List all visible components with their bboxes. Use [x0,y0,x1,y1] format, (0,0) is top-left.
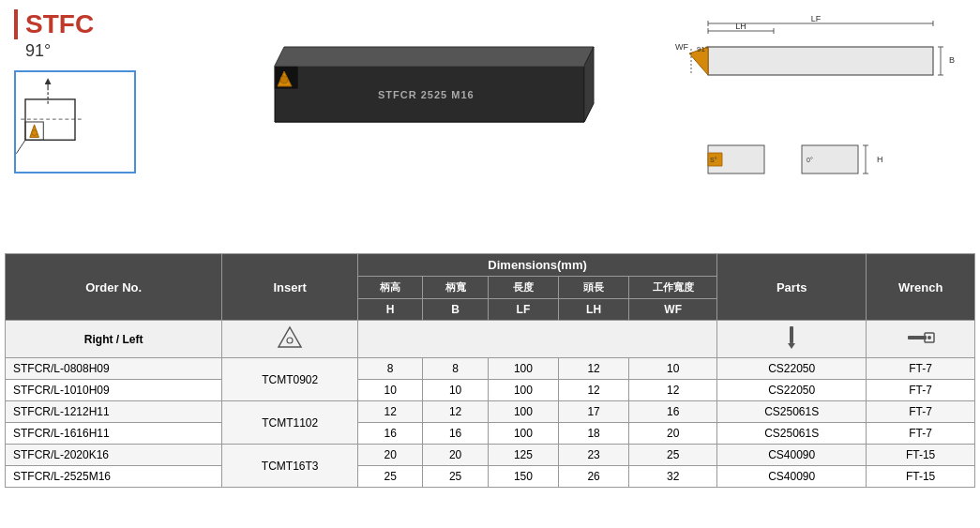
table-row-wf-1: 12 [629,380,717,401]
table-row-wf-5: 32 [629,466,717,488]
table-row-parts-2: CS25061S [717,401,867,423]
table-row-wf-0: 10 [629,358,717,380]
col-label-b: B [423,299,488,321]
table-row-lh-2: 17 [558,401,628,423]
table-row-parts-4: CS40090 [717,445,867,466]
svg-line-7 [16,140,25,153]
col-label-lf: LF [488,299,558,321]
svg-text:WF: WF [675,42,688,52]
table-row-parts-3: CS25061S [717,423,867,445]
table-row-wrench-5: FT-15 [867,466,975,488]
svg-point-14 [280,76,288,83]
table-row-lh-0: 12 [558,358,628,380]
table-row-lh-4: 23 [558,445,628,466]
table-row-h-4: 20 [357,445,422,466]
table-row-h-2: 12 [357,401,422,423]
table-row-wrench-3: FT-7 [867,423,975,445]
svg-text:LF: LF [811,14,822,23]
side-diagram [14,70,136,173]
tool-image-panel: STFCR 2525 M16 [202,9,647,159]
table-row-wrench-0: FT-7 [867,358,975,380]
product-angle: 91° [14,41,202,61]
svg-text:S°: S° [710,157,717,163]
table-row-lf-1: 100 [488,380,558,401]
col-header-order: Order No. [6,254,222,321]
dimensions-table-wrapper: Order No. Insert Dimensions(mm) Parts Wr… [0,253,980,492]
subheader-lh: 頭長 [558,277,628,299]
dimensions-table: Order No. Insert Dimensions(mm) Parts Wr… [5,253,975,488]
table-row-h-5: 25 [357,466,422,488]
svg-text:STFCR 2525 M16: STFCR 2525 M16 [378,89,475,100]
table-row-lf-0: 100 [488,358,558,380]
col-header-dimensions: Dimensions(mm) [357,254,716,277]
table-row-lf-4: 125 [488,445,558,466]
subheader-wf: 工作寬度 [629,277,717,299]
right-left-label: Right / Left [6,321,222,358]
table-row-order-1: STFCR/L-1010H09 [6,380,222,401]
table-row-insert-2: TCMT1102 [222,401,358,445]
svg-point-44 [287,338,293,343]
svg-text:H: H [877,155,883,164]
table-row-b-3: 16 [423,423,488,445]
col-label-h: H [357,299,422,321]
svg-point-3 [32,130,38,136]
table-row-parts-1: CS22050 [717,380,867,401]
table-row-b-2: 12 [423,401,488,423]
col-header-insert: Insert [222,254,358,321]
table-row-b-5: 25 [423,466,488,488]
table-row-h-0: 8 [357,358,422,380]
table-row-wf-3: 20 [629,423,717,445]
parts-icon-cell [717,321,867,358]
table-row-h-3: 16 [357,423,422,445]
svg-rect-17 [708,47,933,75]
table-row-wrench-1: FT-7 [867,380,975,401]
table-row-wf-2: 16 [629,401,717,423]
col-label-wf: WF [629,299,717,321]
table-row-b-4: 20 [423,445,488,466]
table-row-h-1: 10 [357,380,422,401]
table-row-lh-1: 12 [558,380,628,401]
table-row-lh-3: 18 [558,423,628,445]
wrench-icon-cell [867,321,975,358]
dimensions-empty [357,321,716,358]
table-row-b-0: 8 [423,358,488,380]
table-row-wrench-4: FT-15 [867,445,975,466]
table-row-lf-2: 100 [488,401,558,423]
svg-rect-47 [908,336,927,339]
table-row-insert-4: TCMT16T3 [222,445,358,488]
svg-text:B: B [949,55,955,65]
tech-diagram-panel: LF LH B 91° WF S° 0° [647,9,966,219]
col-header-wrench: Wrench [867,254,975,321]
table-row-lf-3: 100 [488,423,558,445]
table-row-order-5: STFCR/L-2525M16 [6,466,222,488]
svg-text:LH: LH [735,22,746,31]
table-row-lh-5: 26 [558,466,628,488]
table-row-wrench-2: FT-7 [867,401,975,423]
svg-marker-46 [788,343,795,349]
table-row-b-1: 10 [423,380,488,401]
table-row-insert-0: TCMT0902 [222,358,358,401]
table-row-order-0: STFCR/L-0808H09 [6,358,222,380]
col-header-parts: Parts [717,254,867,321]
table-row-order-4: STFCR/L-2020K16 [6,445,222,466]
table-row-lf-5: 150 [488,466,558,488]
svg-point-49 [927,336,931,339]
table-row-parts-0: CS22050 [717,358,867,380]
table-row-parts-5: CS40090 [717,466,867,488]
svg-text:0°: 0° [807,157,813,163]
svg-rect-45 [790,326,793,343]
svg-text:91°: 91° [697,45,708,53]
subheader-h: 柄高 [357,277,422,299]
insert-icon-cell [222,321,358,358]
svg-marker-10 [275,47,594,66]
col-label-lh: LH [558,299,628,321]
subheader-lf: 長度 [488,277,558,299]
table-row-order-2: STFCR/L-1212H11 [6,401,222,423]
table-row-wf-4: 25 [629,445,717,466]
product-title: STFC [14,9,202,39]
table-row-order-3: STFCR/L-1616H11 [6,423,222,445]
subheader-b: 柄寬 [423,277,488,299]
